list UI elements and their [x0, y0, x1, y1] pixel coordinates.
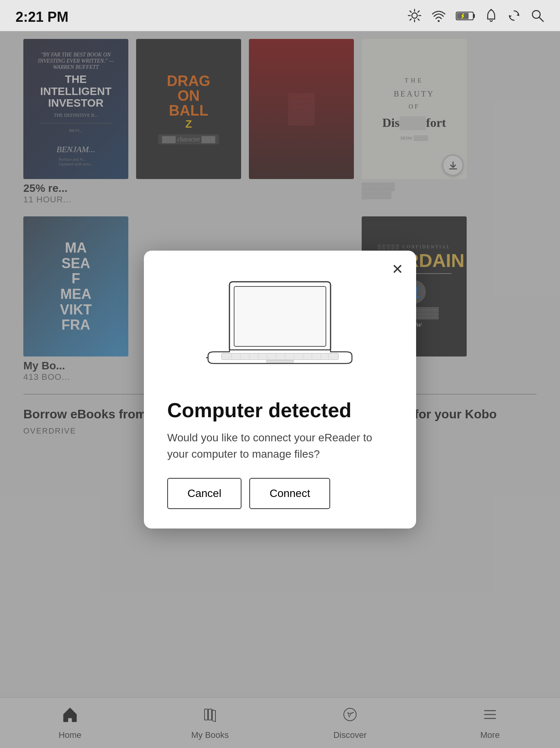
svg-rect-47 [266, 360, 294, 362]
main-content: "BY FAR THE BEST BOOK ON INVESTING EVER … [0, 31, 560, 748]
search-icon[interactable] [530, 9, 544, 26]
svg-rect-30 [234, 286, 326, 346]
notification-icon[interactable] [485, 8, 498, 26]
modal-title: Computer detected [167, 399, 393, 422]
modal-overlay: ✕ [0, 31, 560, 748]
svg-line-6 [418, 19, 420, 21]
svg-point-20 [532, 11, 540, 18]
svg-line-21 [539, 18, 543, 21]
cancel-button[interactable]: Cancel [167, 478, 242, 509]
computer-detected-modal: ✕ [144, 251, 416, 529]
svg-line-5 [410, 11, 411, 12]
battery-icon [456, 10, 475, 25]
svg-point-17 [490, 9, 492, 11]
svg-point-9 [438, 20, 440, 22]
modal-buttons: Cancel Connect [167, 478, 393, 509]
modal-description: Would you like to connect your eReader t… [167, 430, 393, 462]
sync-icon[interactable] [507, 9, 521, 26]
modal-illustration [167, 274, 393, 383]
brightness-icon [408, 9, 422, 26]
svg-point-0 [412, 13, 417, 18]
wifi-icon [431, 9, 446, 26]
status-bar: 2:21 PM [0, 0, 560, 31]
status-icons [408, 8, 544, 26]
svg-line-7 [418, 11, 420, 12]
svg-rect-11 [473, 14, 475, 18]
connect-button[interactable]: Connect [249, 478, 330, 509]
svg-line-8 [410, 19, 411, 21]
modal-close-button[interactable]: ✕ [388, 260, 407, 279]
status-time: 2:21 PM [16, 9, 68, 25]
